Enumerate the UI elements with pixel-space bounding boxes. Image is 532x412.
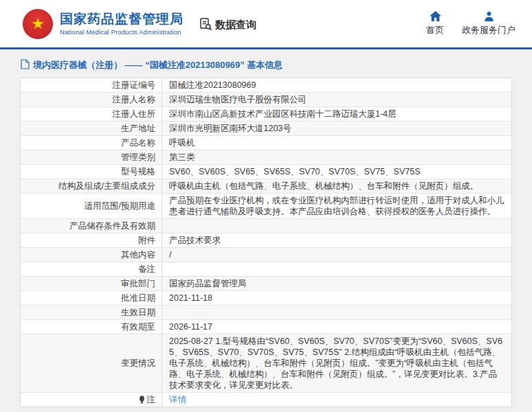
nav-item-home[interactable]: 首页 bbox=[426, 9, 444, 36]
row-label-text: 适用范围/预期用途 bbox=[85, 201, 155, 211]
national-emblem-icon: ★ bbox=[23, 9, 53, 39]
row-label: 其他内容 bbox=[21, 248, 162, 262]
top-nav: 首页 政务服务门户 bbox=[426, 9, 516, 36]
breadcrumb-text: 境内医疗器械（注册） —— “国械注准20213080969” 基本信息 bbox=[33, 59, 282, 71]
table-row: 结构及组成/主要组成成分呼吸机由主机（包括气路、电子系统、机械结构）、台车和附件… bbox=[21, 179, 511, 194]
table-row: 批准日期2021-11-18 bbox=[21, 291, 511, 306]
nav-home-label: 首页 bbox=[426, 24, 444, 36]
row-value: 呼吸机由主机（包括气路、电子系统、机械结构）、台车和附件（见附页）组成。 bbox=[162, 179, 511, 193]
row-label: 生效日期 bbox=[21, 306, 162, 319]
row-label: 注册证编号 bbox=[21, 78, 162, 92]
row-label-text: 产品名称 bbox=[121, 137, 155, 148]
row-value: 2025-08-27 1.型号规格由“SV60、SV60S、SV70、SV70S… bbox=[162, 334, 511, 392]
row-value: / bbox=[162, 248, 511, 262]
info-table: 注册证编号国械注准20213080969注册人名称深圳迈瑞生物医疗电子股份有限公… bbox=[20, 78, 512, 407]
agency-name-en: National Medical Products Administration bbox=[60, 28, 184, 36]
detail-link[interactable]: 详情 bbox=[169, 394, 186, 405]
home-icon bbox=[430, 9, 441, 21]
table-row: 备注 bbox=[21, 262, 511, 277]
row-label: 有效期至 bbox=[21, 320, 162, 334]
row-value-text: 深圳市光明新区南环大道1203号 bbox=[169, 123, 291, 134]
table-row: 注册人住所深圳市南山区高新技术产业园区科技南十二路迈瑞大厦1-4层 bbox=[21, 107, 511, 122]
nav-item-portal[interactable]: 政务服务门户 bbox=[462, 9, 516, 36]
row-label-text: 型号规格 bbox=[121, 166, 155, 177]
row-label: 备注 bbox=[21, 262, 162, 276]
row-value-text: 产品技术要求 bbox=[169, 235, 221, 246]
doc-search-icon bbox=[199, 17, 215, 33]
row-label: 注册人住所 bbox=[21, 107, 162, 121]
table-row: 注册证编号国械注准20213080969 bbox=[21, 78, 511, 93]
data-query-label: 数据查询 bbox=[215, 19, 256, 32]
table-row: 变更情况2025-08-27 1.型号规格由“SV60、SV60S、SV70、S… bbox=[21, 334, 511, 393]
row-value-text: 呼吸机 bbox=[169, 137, 195, 148]
bulb-icon bbox=[139, 396, 145, 404]
user-icon bbox=[484, 9, 494, 21]
row-value-text: SV60、SV60S、SV65、SV65S、SV70、SV70S、SV75、SV… bbox=[169, 166, 420, 177]
row-label-text: 备注 bbox=[138, 264, 155, 275]
row-value-text: / bbox=[169, 249, 171, 260]
data-query-tab[interactable]: 数据查询 bbox=[199, 17, 256, 33]
row-value-text: 产品预期在专业医疗机构，或在专业医疗机构内部进行转运时使用，适用于对成人和小儿患… bbox=[169, 195, 505, 217]
row-label: 产品名称 bbox=[21, 136, 162, 150]
row-label-text: 管理类别 bbox=[121, 152, 155, 163]
table-row: 审批部门国家药品监督管理局 bbox=[21, 277, 511, 291]
row-label: 产品储存条件及有效期 bbox=[21, 219, 162, 233]
row-value-text: 2026-11-17 bbox=[169, 321, 212, 332]
agency-logo[interactable]: ★ 国家药品监督管理局 National Medical Products Ad… bbox=[23, 9, 184, 39]
row-value-text: 2021-11-18 bbox=[169, 293, 212, 304]
row-label: 适用范围/预期用途 bbox=[21, 194, 162, 218]
row-value-text: 呼吸机由主机（包括气路、电子系统、机械结构）、台车和附件（见附页）组成。 bbox=[169, 181, 478, 192]
row-label-text: 其他内容 bbox=[121, 249, 155, 260]
row-label: 结构及组成/主要组成成分 bbox=[21, 179, 162, 193]
file-icon bbox=[21, 59, 33, 71]
table-row: 管理类别第三类 bbox=[21, 150, 511, 165]
agency-name: 国家药品监督管理局 bbox=[60, 12, 184, 27]
row-label-text: 变更情况 bbox=[121, 358, 155, 369]
row-value: 深圳市光明新区南环大道1203号 bbox=[162, 122, 511, 135]
row-value-text: 深圳迈瑞生物医疗电子股份有限公司 bbox=[169, 94, 307, 105]
row-value-text: 第三类 bbox=[169, 152, 195, 163]
table-row: 有效期至2026-11-17 bbox=[21, 320, 511, 334]
row-label-text: 注 bbox=[147, 394, 156, 405]
row-value: 2021-11-18 bbox=[162, 291, 511, 305]
row-label: 批准日期 bbox=[21, 291, 162, 305]
row-label: 型号规格 bbox=[21, 165, 162, 179]
row-value: 呼吸机 bbox=[162, 136, 511, 150]
row-label-text: 附件 bbox=[138, 235, 155, 246]
row-value-text: 深圳市南山区高新技术产业园区科技南十二路迈瑞大厦1-4层 bbox=[169, 108, 397, 119]
row-value-text: 国家药品监督管理局 bbox=[169, 278, 247, 289]
table-row: 产品名称呼吸机 bbox=[21, 136, 511, 150]
row-value: 深圳迈瑞生物医疗电子股份有限公司 bbox=[162, 93, 511, 106]
table-row: 产品储存条件及有效期 bbox=[21, 219, 511, 233]
row-value: 深圳市南山区高新技术产业园区科技南十二路迈瑞大厦1-4层 bbox=[162, 107, 511, 121]
row-value: 第三类 bbox=[162, 150, 511, 164]
agency-brand: 国家药品监督管理局 National Medical Products Admi… bbox=[60, 12, 184, 36]
row-value-text: 国械注准20213080969 bbox=[169, 80, 256, 91]
row-value: 国家药品监督管理局 bbox=[162, 277, 511, 290]
row-value-text: 2025-08-27 1.型号规格由“SV60、SV60S、SV70、SV70S… bbox=[169, 336, 505, 391]
row-value bbox=[162, 306, 511, 319]
row-label-text: 注册人名称 bbox=[113, 94, 156, 105]
table-row: 附件产品技术要求 bbox=[21, 233, 511, 248]
table-row: 其他内容/ bbox=[21, 248, 511, 262]
table-row: 注册人名称深圳迈瑞生物医疗电子股份有限公司 bbox=[21, 93, 511, 107]
row-label-text: 注册证编号 bbox=[113, 80, 156, 91]
table-row: 生产地址深圳市光明新区南环大道1203号 bbox=[21, 122, 511, 136]
row-label-text: 结构及组成/主要组成成分 bbox=[58, 181, 155, 192]
row-label-text: 注册人住所 bbox=[113, 108, 156, 119]
table-row: 注详情 bbox=[21, 393, 511, 407]
table-row: 生效日期 bbox=[21, 306, 511, 320]
breadcrumb: 境内医疗器械（注册） —— “国械注准20213080969” 基本信息 bbox=[21, 59, 532, 71]
table-row: 型号规格SV60、SV60S、SV65、SV65S、SV70、SV70S、SV7… bbox=[21, 165, 511, 179]
row-label-text: 有效期至 bbox=[121, 321, 155, 332]
row-label: 注册人名称 bbox=[21, 93, 162, 106]
row-label-text: 生产地址 bbox=[121, 123, 155, 134]
row-value: 2026-11-17 bbox=[162, 320, 511, 334]
row-label: 注 bbox=[21, 393, 162, 407]
row-value bbox=[162, 262, 511, 276]
row-value: 产品技术要求 bbox=[162, 233, 511, 247]
row-label: 审批部门 bbox=[21, 277, 162, 290]
row-label-text: 审批部门 bbox=[121, 278, 155, 289]
page-header: ★ 国家药品监督管理局 National Medical Products Ad… bbox=[0, 0, 532, 49]
row-label: 生产地址 bbox=[21, 122, 162, 135]
